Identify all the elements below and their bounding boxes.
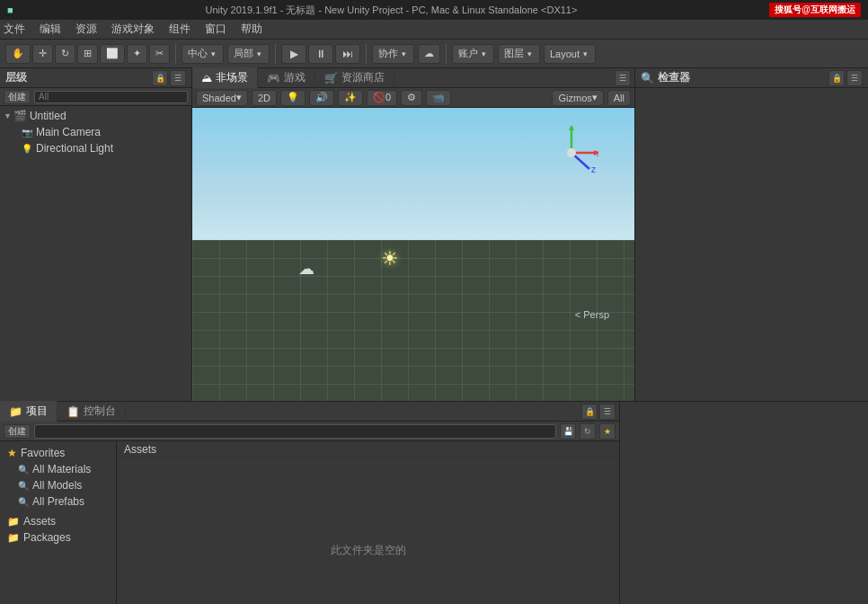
- project-menu-btn[interactable]: ☰: [599, 404, 616, 420]
- tab-project[interactable]: 📁项目: [0, 401, 58, 422]
- all-materials-label: All Materials: [32, 463, 91, 475]
- project-lock-btn[interactable]: 🔒: [581, 404, 598, 420]
- inspector-menu-btn[interactable]: ☰: [846, 70, 863, 86]
- hand-tool[interactable]: ✋: [5, 44, 31, 64]
- step-button[interactable]: ⏭: [335, 44, 360, 64]
- tab-scene[interactable]: ⛰非场景: [192, 67, 258, 88]
- pause-button[interactable]: ⏸: [308, 44, 333, 64]
- scale-tool[interactable]: ⊞: [77, 44, 98, 64]
- local-dropdown[interactable]: 局部: [227, 44, 270, 64]
- window-title: Unity 2019.1.9f1 - 无标题 - New Unity Proje…: [13, 4, 770, 17]
- menu-help[interactable]: 帮助: [241, 22, 262, 37]
- hierarchy-create-btn[interactable]: 创建: [4, 90, 31, 104]
- tab-game[interactable]: 🎮游戏: [258, 67, 315, 88]
- rect-tool[interactable]: ⬜: [100, 44, 125, 64]
- hierarchy-toolbar: 创建 All: [0, 88, 191, 106]
- project-create-btn[interactable]: 创建: [4, 424, 31, 439]
- tree-all-prefabs[interactable]: 🔍 All Prefabs: [0, 493, 116, 510]
- lighting-toggle[interactable]: 💡: [280, 90, 306, 106]
- toolbar: ✋ ✛ ↻ ⊞ ⬜ ✦ ✂ 中心 局部 ▶ ⏸ ⏭ 协作 ☁: [0, 40, 868, 68]
- scene-sun: ☀: [381, 247, 399, 271]
- project-save-btn[interactable]: 💾: [560, 423, 576, 440]
- scene-view[interactable]: ☀ ☁ x z: [192, 108, 634, 401]
- tree-packages[interactable]: 📁 Packages: [0, 529, 116, 546]
- grid-toggle[interactable]: ⚙: [401, 90, 422, 106]
- menu-gameobject[interactable]: 游戏对象: [111, 22, 155, 37]
- scene-name: Untitled: [30, 110, 66, 122]
- scene-search[interactable]: All: [607, 90, 631, 106]
- menu-window[interactable]: 窗口: [205, 22, 226, 37]
- 2d-toggle[interactable]: 2D: [252, 90, 277, 106]
- hierarchy-content: ▼ 🎬 Untitled 📷 Main Camera 💡 Directional…: [0, 106, 191, 401]
- hierarchy-menu-btn[interactable]: ☰: [170, 70, 186, 86]
- svg-text:z: z: [591, 164, 596, 174]
- project-content: ★ Favorites 🔍 All Materials 🔍 All Models…: [0, 441, 619, 604]
- empty-folder-message: 此文件夹是空的: [331, 543, 406, 558]
- inspector-lock-btn[interactable]: 🔒: [828, 70, 845, 86]
- center-dropdown[interactable]: 中心: [182, 44, 224, 64]
- menu-assets[interactable]: 资源: [75, 22, 97, 37]
- scene-tabs: ⛰非场景 🎮游戏 🛒资源商店 ☰: [192, 68, 634, 88]
- scene-gizmo[interactable]: x z: [545, 126, 598, 180]
- assets-header: Assets: [117, 441, 619, 458]
- shading-mode-dropdown[interactable]: Shaded▾: [196, 90, 248, 106]
- search-icon-models: 🔍: [18, 481, 29, 491]
- hierarchy-main-camera[interactable]: 📷 Main Camera: [0, 124, 191, 140]
- camera-tool[interactable]: 📹: [426, 90, 451, 106]
- gizmos-dropdown[interactable]: Gizmos▾: [552, 90, 603, 106]
- menu-component[interactable]: 组件: [169, 22, 190, 37]
- assets-main: Assets 此文件夹是空的: [117, 441, 619, 604]
- directional-light-label: Directional Light: [36, 142, 113, 155]
- tree-all-materials[interactable]: 🔍 All Materials: [0, 461, 116, 477]
- scene-root[interactable]: ▼ 🎬 Untitled: [0, 108, 191, 124]
- bottom-area: 📁项目 📋控制台 🔒 ☰ 创建 💾 ↻ ★: [0, 401, 868, 604]
- assets-folder-label: Assets: [23, 515, 56, 528]
- menu-file[interactable]: 文件: [4, 22, 25, 37]
- inspector-title: 检查器: [658, 70, 828, 85]
- project-tabs: 📁项目 📋控制台 🔒 ☰: [0, 402, 619, 422]
- title-bar: ■ Unity 2019.1.9f1 - 无标题 - New Unity Pro…: [0, 0, 868, 20]
- watermark-badge: 搜狐号@互联网搬运: [769, 3, 861, 17]
- tree-all-models[interactable]: 🔍 All Models: [0, 477, 116, 493]
- move-tool[interactable]: ✛: [32, 44, 53, 64]
- inspector-panel: 🔍 检查器 🔒 ☰: [634, 68, 868, 401]
- rotate-tool[interactable]: ↻: [55, 44, 75, 64]
- hierarchy-directional-light[interactable]: 💡 Directional Light: [0, 140, 191, 156]
- project-refresh-btn[interactable]: ↻: [580, 423, 596, 440]
- favorites-root[interactable]: ★ Favorites: [0, 445, 116, 461]
- tab-asset-store[interactable]: 🛒资源商店: [315, 67, 394, 88]
- play-button[interactable]: ▶: [281, 44, 306, 64]
- project-search-input[interactable]: [34, 424, 556, 439]
- project-panel: 📁项目 📋控制台 🔒 ☰ 创建 💾 ↻ ★: [0, 402, 620, 604]
- effects-toggle[interactable]: ✨: [338, 90, 363, 106]
- tree-assets[interactable]: 📁 Assets: [0, 513, 116, 529]
- scene-panel: ⛰非场景 🎮游戏 🛒资源商店 ☰ Shaded▾ 2D 💡 🔊 ✨: [192, 68, 634, 401]
- menu-edit[interactable]: 编辑: [40, 22, 61, 37]
- scene-panel-menu[interactable]: ☰: [615, 70, 631, 86]
- tab-console[interactable]: 📋控制台: [58, 401, 126, 422]
- main-camera-label: Main Camera: [36, 126, 101, 138]
- hierarchy-search[interactable]: All: [34, 91, 188, 103]
- search-icon-prefabs: 🔍: [18, 497, 29, 507]
- search-icon-materials: 🔍: [18, 465, 29, 475]
- custom-tool[interactable]: ✂: [149, 44, 170, 64]
- main-area: 层级 🔒 ☰ 创建 All ▼ 🎬 Untitled 📷: [0, 68, 868, 401]
- hierarchy-title: 层级: [5, 70, 27, 85]
- star-icon: ★: [7, 447, 17, 459]
- layout-dropdown[interactable]: Layout: [544, 44, 596, 64]
- project-star-btn[interactable]: ★: [599, 423, 616, 440]
- menu-bar: 文件 编辑 资源 游戏对象 组件 窗口 帮助: [0, 20, 868, 40]
- audio-toggle[interactable]: 🔊: [309, 90, 334, 106]
- cloud-btn[interactable]: ☁: [418, 44, 440, 64]
- svg-marker-4: [569, 126, 574, 130]
- multi-tool[interactable]: ✦: [127, 44, 147, 64]
- account-dropdown[interactable]: 账户: [452, 44, 494, 64]
- all-prefabs-label: All Prefabs: [32, 495, 84, 508]
- hidden-objects[interactable]: 🚫0: [367, 90, 397, 106]
- layers-dropdown[interactable]: 图层: [498, 44, 540, 64]
- inspector-icon: 🔍: [641, 72, 654, 84]
- persp-label: < Persp: [575, 309, 609, 320]
- scene-grid: [192, 240, 634, 401]
- collab-dropdown[interactable]: 协作: [372, 44, 414, 64]
- hierarchy-lock-btn[interactable]: 🔒: [152, 70, 168, 86]
